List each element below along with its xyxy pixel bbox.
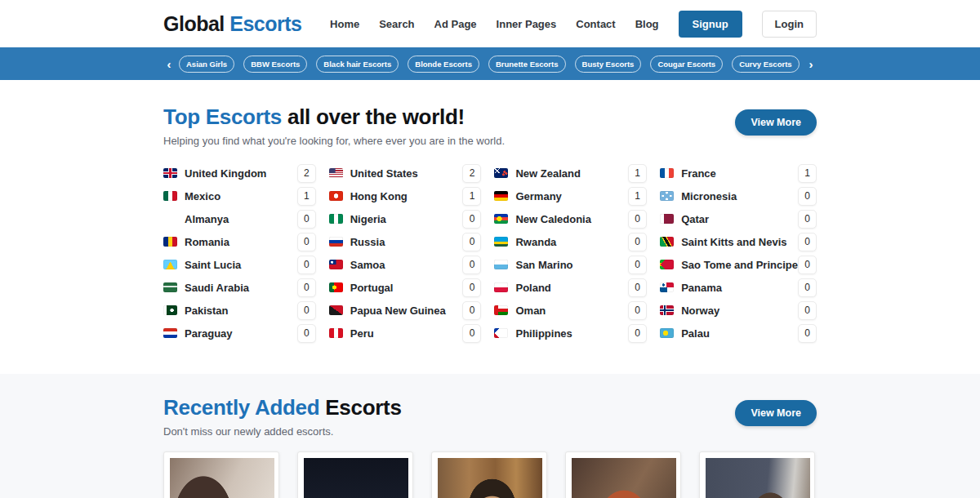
category-pill-blonde-escorts[interactable]: Blonde Escorts bbox=[408, 56, 479, 73]
country-row-qatar[interactable]: Qatar0 bbox=[660, 207, 817, 230]
top-escorts-subtitle: Helping you find what you're looking for… bbox=[163, 135, 505, 147]
country-count: 0 bbox=[462, 278, 481, 297]
country-row-hong-kong[interactable]: Hong Kong1 bbox=[329, 185, 482, 207]
view-more-escorts-button[interactable]: View More bbox=[735, 400, 817, 426]
flag-ro-icon bbox=[163, 237, 177, 247]
country-name: Peru bbox=[350, 327, 374, 340]
country-name: Germany bbox=[515, 190, 561, 202]
flag-mx-icon bbox=[163, 191, 177, 201]
country-row-oman[interactable]: Oman0 bbox=[494, 299, 647, 322]
escort-photo bbox=[706, 458, 810, 498]
country-row-germany[interactable]: Germany1 bbox=[494, 185, 647, 207]
nav-link-search[interactable]: Search bbox=[379, 18, 414, 30]
category-pill-brunette-escorts[interactable]: Brunette Escorts bbox=[488, 56, 566, 73]
country-row-portugal[interactable]: Portugal0 bbox=[329, 276, 482, 299]
country-row-papua-new-guinea[interactable]: Papua New Guinea0 bbox=[329, 299, 482, 322]
country-row-sao-tome-and-principe[interactable]: Sao Tome and Principe0 bbox=[660, 253, 817, 276]
country-count: 0 bbox=[798, 256, 817, 274]
category-pill-asian-girls[interactable]: Asian Girls bbox=[179, 56, 234, 73]
top-escorts-title: Top Escortsall over the world! bbox=[163, 104, 505, 130]
country-count: 0 bbox=[462, 210, 481, 229]
flag-ng-icon bbox=[329, 214, 343, 224]
country-name: Papua New Guinea bbox=[350, 305, 446, 317]
country-row-samoa[interactable]: Samoa0 bbox=[329, 253, 482, 276]
country-row-panama[interactable]: Panama0 bbox=[660, 276, 817, 299]
country-row-peru[interactable]: Peru0 bbox=[329, 322, 482, 345]
flag-st-icon bbox=[660, 260, 674, 269]
country-name: New Zealand bbox=[515, 167, 580, 180]
country-row-mexico[interactable]: Mexico1 bbox=[163, 185, 316, 207]
nav-link-home[interactable]: Home bbox=[330, 18, 359, 30]
category-pill-curvy-escorts[interactable]: Curvy Escorts bbox=[732, 56, 799, 73]
escort-card-2[interactable] bbox=[297, 451, 413, 498]
country-name: Saint Lucia bbox=[185, 259, 241, 271]
category-pill-cougar-escorts[interactable]: Cougar Escorts bbox=[650, 56, 723, 73]
nav-link-contact[interactable]: Contact bbox=[576, 18, 615, 30]
country-row-russia[interactable]: Russia0 bbox=[329, 230, 482, 253]
country-row-almanya[interactable]: Almanya0 bbox=[163, 207, 316, 230]
country-row-poland[interactable]: Poland0 bbox=[494, 276, 647, 299]
country-row-saint-lucia[interactable]: Saint Lucia0 bbox=[163, 253, 316, 276]
escort-photo bbox=[572, 458, 676, 498]
country-row-nigeria[interactable]: Nigeria0 bbox=[329, 207, 482, 230]
country-row-philippines[interactable]: Philippines0 bbox=[494, 322, 647, 345]
country-name: Russia bbox=[350, 236, 385, 248]
escort-cards-row bbox=[163, 451, 817, 498]
country-name: Oman bbox=[515, 305, 546, 317]
country-row-romania[interactable]: Romania0 bbox=[163, 230, 316, 253]
flag-om-icon bbox=[494, 305, 508, 315]
country-row-san-marino[interactable]: San Marino0 bbox=[494, 253, 647, 276]
category-bar: ‹ Asian GirlsBBW EscortsBlack hair Escor… bbox=[0, 47, 980, 80]
flag-fm-icon bbox=[660, 191, 674, 201]
country-row-new-zealand[interactable]: New Zealand1 bbox=[494, 162, 647, 185]
flag-gb-icon bbox=[163, 168, 177, 178]
country-row-united-states[interactable]: United States2 bbox=[329, 162, 482, 185]
country-row-norway[interactable]: Norway0 bbox=[660, 299, 817, 322]
category-pill-bbw-escorts[interactable]: BBW Escorts bbox=[243, 56, 307, 73]
escort-card-3[interactable] bbox=[431, 451, 547, 498]
brand-logo[interactable]: Global Escorts bbox=[163, 12, 301, 36]
login-button[interactable]: Login bbox=[762, 11, 817, 38]
country-row-pakistan[interactable]: Pakistan0 bbox=[163, 299, 316, 322]
escort-photo bbox=[304, 458, 408, 498]
nav-link-inner-pages[interactable]: Inner Pages bbox=[497, 18, 557, 30]
country-row-paraguay[interactable]: Paraguay0 bbox=[163, 322, 316, 345]
nav-link-blog[interactable]: Blog bbox=[635, 18, 659, 30]
flag-rw-icon bbox=[494, 237, 508, 247]
country-row-france[interactable]: France1 bbox=[660, 162, 817, 185]
country-row-saudi-arabia[interactable]: Saudi Arabia0 bbox=[163, 276, 316, 299]
category-pill-busty-escorts[interactable]: Busty Escorts bbox=[575, 56, 642, 73]
country-count: 0 bbox=[297, 301, 316, 320]
country-name: Philippines bbox=[515, 327, 572, 340]
country-row-saint-kitts-and-nevis[interactable]: Saint Kitts and Nevis0 bbox=[660, 230, 817, 253]
country-name: Micronesia bbox=[681, 190, 737, 202]
escort-card-4[interactable] bbox=[565, 451, 681, 498]
country-name: San Marino bbox=[515, 259, 572, 271]
country-count: 1 bbox=[462, 187, 481, 206]
flag-sm-icon bbox=[494, 260, 508, 269]
country-row-micronesia[interactable]: Micronesia0 bbox=[660, 185, 817, 207]
escort-card-1[interactable] bbox=[163, 451, 279, 498]
country-name: Romania bbox=[185, 236, 229, 248]
country-row-palau[interactable]: Palau0 bbox=[660, 322, 817, 345]
category-pill-black-hair-escorts[interactable]: Black hair Escorts bbox=[316, 56, 399, 73]
nav-link-ad-page[interactable]: Ad Page bbox=[434, 18, 477, 30]
signup-button[interactable]: Signup bbox=[679, 11, 742, 38]
escort-card-5[interactable] bbox=[699, 451, 815, 498]
country-name: France bbox=[681, 167, 716, 180]
country-row-rwanda[interactable]: Rwanda0 bbox=[494, 230, 647, 253]
view-more-countries-button[interactable]: View More bbox=[735, 109, 817, 136]
country-count: 1 bbox=[798, 164, 817, 183]
title-rest: Escorts bbox=[325, 395, 401, 420]
country-name: Qatar bbox=[681, 213, 709, 225]
country-row-united-kingdom[interactable]: United Kingdom2 bbox=[163, 162, 316, 185]
flag-pl-icon bbox=[494, 282, 508, 292]
chevron-left-icon[interactable]: ‹ bbox=[163, 57, 175, 71]
country-row-new-caledonia[interactable]: New Caledonia0 bbox=[494, 207, 647, 230]
flag-ph-icon bbox=[494, 328, 508, 338]
title-highlight: Top Escorts bbox=[163, 104, 282, 129]
chevron-right-icon[interactable]: › bbox=[805, 57, 817, 71]
country-count: 0 bbox=[297, 324, 316, 343]
nav-links: HomeSearchAd PageInner PagesContactBlog bbox=[330, 18, 659, 30]
country-name: Nigeria bbox=[350, 213, 386, 225]
